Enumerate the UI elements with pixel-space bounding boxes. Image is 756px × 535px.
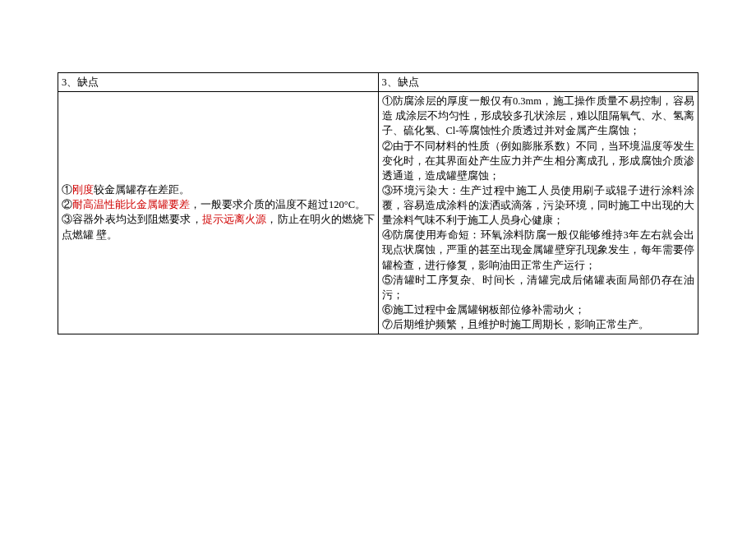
right-p5: ⑤清罐时工序复杂、时间长，清罐完成后储罐表面局部仍存在油 污； (382, 273, 695, 302)
l1-prefix: ① (62, 184, 72, 196)
right-p2: ②由于不同材料的性质（例如膨胀系数）不同，当环境温度等发生 变化时，在其界面处产… (382, 139, 695, 183)
l1-rest: 较金属罐存在差距。 (94, 184, 190, 196)
right-p4: ④防腐使用寿命短：环氧涂料防腐一般仅能够维持3年左右就会出 现点状腐蚀，严重的甚… (382, 228, 695, 272)
l1-red: 刚度 (72, 184, 94, 196)
left-content: ①刚度较金属罐存在差距。 ②耐高温性能比金属罐要差，一般要求介质的温度不超过12… (62, 94, 375, 242)
l2-prefix: ② (62, 199, 72, 210)
l3-red: 提示远离火源 (202, 214, 267, 225)
right-p1: ①防腐涂层的厚度一般仅有0.3mm，施工操作质量不易控制，容易造 成涂层不均匀性… (382, 94, 695, 138)
l2-red: 耐高温性能比金属罐要差 (72, 199, 190, 210)
table-header-row: 3、缺点 3、缺点 (58, 73, 698, 92)
l2-rest: ，一般要求介质的温度不超过120°C。 (190, 199, 366, 210)
table-body-row: ①刚度较金属罐存在差距。 ②耐高温性能比金属罐要差，一般要求介质的温度不超过12… (58, 92, 698, 334)
header-right: 3、缺点 (378, 73, 698, 92)
right-p7: ⑦后期维护频繁，且维护时施工周期长，影响正常生产。 (382, 317, 695, 332)
comparison-table: 3、缺点 3、缺点 ①刚度较金属罐存在差距。 ②耐高温性能比金属罐要差，一般要求… (58, 72, 698, 334)
left-cell: ①刚度较金属罐存在差距。 ②耐高温性能比金属罐要差，一般要求介质的温度不超过12… (58, 92, 379, 334)
l3-prefix: ③容器外表均达到阻燃要求， (62, 214, 202, 225)
left-line-1: ①刚度较金属罐存在差距。 (62, 182, 375, 197)
right-p6: ⑥施工过程中金属罐钢板部位修补需动火； (382, 302, 695, 317)
left-line-3: ③容器外表均达到阻燃要求，提示远离火源，防止在明火的燃烧下点燃罐 壁。 (62, 212, 375, 242)
header-left: 3、缺点 (58, 73, 379, 92)
right-cell: ①防腐涂层的厚度一般仅有0.3mm，施工操作质量不易控制，容易造 成涂层不均匀性… (378, 92, 698, 334)
left-line-2: ②耐高温性能比金属罐要差，一般要求介质的温度不超过120°C。 (62, 197, 375, 212)
page: 3、缺点 3、缺点 ①刚度较金属罐存在差距。 ②耐高温性能比金属罐要差，一般要求… (0, 0, 756, 535)
right-p3: ③环境污染大：生产过程中施工人员使用刷子或辊子进行涂料涂 覆，容易造成涂料的泼洒… (382, 183, 695, 228)
